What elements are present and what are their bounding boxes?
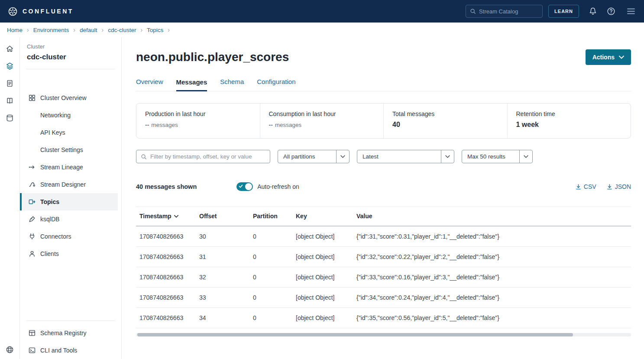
- download-icon: [576, 184, 581, 190]
- cell-partition: 0: [249, 308, 292, 328]
- actions-button[interactable]: Actions: [586, 49, 631, 65]
- sidebar-item-cluster-settings[interactable]: Cluster Settings: [20, 141, 118, 158]
- sidebar-item-topics[interactable]: Topics: [20, 193, 118, 210]
- messages-table: Timestamp Offset Partition Key Value 170…: [136, 207, 631, 328]
- learn-button[interactable]: LEARN: [548, 5, 579, 18]
- rail-data-button[interactable]: [6, 113, 14, 122]
- cluster-sidebar: Cluster cdc-cluster Cluster Overview Net…: [20, 37, 122, 359]
- sidebar-item-label: Connectors: [40, 233, 71, 240]
- top-navbar: CONFLUENT LEARN: [0, 0, 644, 23]
- cell-offset: 32: [196, 267, 249, 288]
- cell-offset: 30: [196, 226, 249, 247]
- lineage-icon: [28, 163, 36, 171]
- rail-region-button[interactable]: [6, 345, 14, 354]
- cell-key: [object Object]: [292, 226, 353, 247]
- sidebar-item-label: Stream Designer: [40, 181, 86, 188]
- sidebar-item-stream-designer[interactable]: Stream Designer: [20, 176, 118, 193]
- message-row[interactable]: 1708740826663 33 0 [object Object] {"id"…: [136, 288, 631, 308]
- message-filter-search[interactable]: [136, 150, 270, 163]
- cell-offset: 31: [196, 247, 249, 267]
- main-menu-button[interactable]: [627, 8, 635, 15]
- sidebar-item-networking[interactable]: Networking: [20, 107, 118, 124]
- cell-key: [object Object]: [292, 267, 353, 288]
- cell-key: [object Object]: [292, 308, 353, 328]
- breadcrumb-home[interactable]: Home: [7, 27, 23, 33]
- breadcrumb-default[interactable]: default: [80, 27, 97, 33]
- stat-label: Production in last hour: [145, 110, 260, 117]
- cell-timestamp: 1708740826663: [136, 247, 196, 267]
- stream-catalog-search[interactable]: [466, 5, 543, 18]
- message-row[interactable]: 1708740826663 31 0 [object Object] {"id"…: [136, 247, 631, 267]
- column-header-timestamp[interactable]: Timestamp: [136, 207, 196, 226]
- search-icon: [470, 8, 476, 14]
- cell-timestamp: 1708740826663: [136, 267, 196, 288]
- chevron-down-icon: [336, 150, 349, 163]
- sidebar-item-schema-registry[interactable]: Schema Registry: [20, 324, 118, 342]
- cell-partition: 0: [249, 267, 292, 288]
- brand-name: CONFLUENT: [23, 8, 74, 15]
- confluent-logo[interactable]: CONFLUENT: [8, 6, 74, 16]
- sidebar-item-cluster-overview[interactable]: Cluster Overview: [20, 89, 118, 107]
- breadcrumb-cdc-cluster[interactable]: cdc-cluster: [108, 27, 136, 33]
- breadcrumb-topics[interactable]: Topics: [147, 27, 163, 33]
- sidebar-section-label: Cluster: [20, 43, 121, 50]
- notifications-button[interactable]: [589, 7, 597, 16]
- stat-consumption: Consumption in last hour --messages: [260, 103, 384, 138]
- rail-billing-button[interactable]: [6, 79, 14, 87]
- sidebar-item-ksqldb[interactable]: ksqlDB: [20, 210, 118, 228]
- sidebar-item-label: Stream Lineage: [40, 164, 83, 171]
- globe-icon: [6, 346, 14, 354]
- message-row[interactable]: 1708740826663 30 0 [object Object] {"id"…: [136, 226, 631, 247]
- download-json-link[interactable]: JSON: [607, 183, 631, 190]
- partition-select[interactable]: All partitions: [278, 150, 350, 163]
- tab-overview[interactable]: Overview: [136, 78, 163, 91]
- message-row[interactable]: 1708740826663 34 0 [object Object] {"id"…: [136, 308, 631, 328]
- sidebar-item-label: ksqlDB: [40, 216, 59, 223]
- breadcrumb: Home › Environments › default › cdc-clus…: [0, 23, 644, 37]
- messages-count: 40 messages shown: [136, 183, 197, 190]
- stream-catalog-search-input[interactable]: [479, 8, 538, 15]
- rail-environments-button[interactable]: [6, 61, 14, 70]
- stat-total-messages: Total messages 40: [383, 103, 507, 138]
- sidebar-item-clients[interactable]: Clients: [20, 245, 118, 262]
- tab-configuration[interactable]: Configuration: [257, 78, 295, 91]
- sidebar-item-api-keys[interactable]: API Keys: [20, 124, 118, 141]
- cell-key: [object Object]: [292, 247, 353, 267]
- topic-stats-card: Production in last hour --messages Consu…: [136, 103, 631, 139]
- tab-schema[interactable]: Schema: [220, 78, 244, 91]
- breadcrumb-separator: ›: [140, 27, 142, 33]
- check-icon: [239, 184, 243, 188]
- stat-value: 1 week: [516, 121, 539, 128]
- breadcrumb-separator: ›: [27, 27, 29, 33]
- cell-value: {"id":35,"score":0.56,"player_id":5,"__d…: [353, 308, 631, 328]
- sidebar-item-stream-lineage[interactable]: Stream Lineage: [20, 158, 118, 176]
- download-csv-link[interactable]: CSV: [576, 183, 596, 190]
- auto-refresh-toggle[interactable]: [236, 182, 253, 191]
- plug-icon: [28, 233, 36, 240]
- partition-select-value: All partitions: [278, 153, 336, 160]
- rail-catalog-button[interactable]: [6, 96, 14, 105]
- column-header-key: Key: [292, 207, 353, 226]
- stat-label: Total messages: [392, 110, 507, 117]
- order-select[interactable]: Latest: [357, 150, 454, 163]
- horizontal-scrollbar-thumb[interactable]: [137, 333, 573, 336]
- topic-icon: [28, 198, 36, 206]
- chevron-down-icon: [441, 150, 454, 163]
- message-filter-input[interactable]: [150, 153, 265, 160]
- column-header-value: Value: [353, 207, 631, 226]
- sidebar-item-connectors[interactable]: Connectors: [20, 228, 118, 245]
- table-header-row: Timestamp Offset Partition Key Value: [136, 207, 631, 226]
- help-button[interactable]: [607, 7, 615, 16]
- sidebar-item-cli-and-tools[interactable]: CLI and Tools: [20, 342, 118, 359]
- page-title: neon.public.player_scores: [136, 50, 289, 64]
- rail-home-button[interactable]: [6, 44, 14, 53]
- limit-select[interactable]: Max 50 results: [462, 150, 533, 163]
- sidebar-item-label: Clients: [40, 250, 59, 257]
- cell-value: {"id":32,"score":0.22,"player_id":2,"__d…: [353, 247, 631, 267]
- message-row[interactable]: 1708740826663 32 0 [object Object] {"id"…: [136, 267, 631, 288]
- cell-timestamp: 1708740826663: [136, 308, 196, 328]
- horizontal-scrollbar-track[interactable]: [136, 333, 631, 336]
- breadcrumb-environments[interactable]: Environments: [33, 27, 69, 33]
- tab-messages[interactable]: Messages: [176, 78, 207, 91]
- hamburger-icon: [627, 8, 635, 15]
